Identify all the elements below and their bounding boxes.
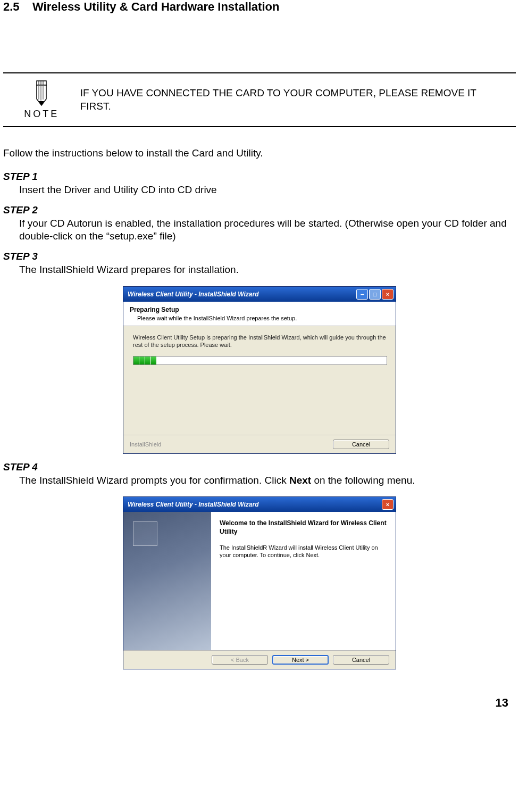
step-3-heading: STEP 3 — [3, 251, 519, 262]
dialog-body-message: Wireless Client Utility Setup is prepari… — [133, 334, 386, 349]
step-4-heading: STEP 4 — [3, 461, 519, 473]
dialog-body: Welcome to the InstallShield Wizard for … — [123, 512, 396, 650]
installshield-preparing-window: Wireless Client Utility - InstallShield … — [123, 286, 396, 454]
section-title-text: Wireless Utility & Card Hardware Install… — [32, 0, 279, 13]
section-number: 2.5 — [3, 0, 20, 13]
close-button[interactable]: × — [382, 289, 394, 300]
step-2-text: If your CD Autorun is enabled, the insta… — [19, 217, 516, 243]
note-text: IF YOU HAVE CONNECTED THE CARD TO YOUR C… — [80, 87, 516, 113]
document-page: 2.5 Wireless Utility & Card Hardware Ins… — [0, 0, 519, 726]
cancel-button[interactable]: Cancel — [333, 440, 389, 449]
wizard-right-pane: Welcome to the InstallShield Wizard for … — [211, 512, 396, 650]
cancel-button[interactable]: Cancel — [333, 655, 389, 665]
dialog-footer: < Back Next > Cancel — [123, 650, 396, 669]
note-icon-column: NOTE — [3, 80, 80, 120]
note-block: NOTE IF YOU HAVE CONNECTED THE CARD TO Y… — [3, 72, 516, 127]
minimize-button[interactable]: ‒ — [356, 289, 368, 300]
step-4-text-bold: Next — [289, 475, 311, 486]
svg-rect-0 — [37, 81, 46, 85]
window-controls: × — [382, 499, 394, 510]
back-button[interactable]: < Back — [212, 655, 268, 665]
page-number: 13 — [0, 675, 519, 710]
dialog-body: Wireless Client Utility Setup is prepari… — [123, 326, 396, 435]
progress-bar — [133, 356, 387, 365]
step-4-text-pre: The InstallShield Wizard prompts you for… — [19, 475, 289, 486]
welcome-text: The InstallShieldR Wizard will install W… — [220, 544, 387, 560]
note-label: NOTE — [3, 109, 80, 120]
next-button[interactable]: Next > — [272, 655, 329, 665]
section-heading: 2.5 Wireless Utility & Card Hardware Ins… — [0, 0, 519, 14]
window-controls: ‒ □ × — [356, 289, 394, 300]
dialog-header-title: Preparing Setup — [130, 306, 389, 313]
step-4-text-post: on the following menu. — [311, 475, 415, 486]
close-button[interactable]: × — [382, 499, 394, 510]
window-titlebar[interactable]: Wireless Client Utility - InstallShield … — [123, 497, 396, 512]
progress-fill — [133, 357, 387, 364]
dialog-footer: InstallShield Cancel — [123, 435, 396, 453]
wizard-side-image — [123, 512, 211, 650]
step-2-heading: STEP 2 — [3, 204, 519, 216]
installshield-welcome-window: Wireless Client Utility - InstallShield … — [123, 496, 396, 669]
welcome-title: Welcome to the InstallShield Wizard for … — [220, 519, 387, 536]
maximize-button[interactable]: □ — [369, 289, 381, 300]
step-1-text: Insert the Driver and Utility CD into CD… — [19, 184, 516, 197]
window-title: Wireless Client Utility - InstallShield … — [128, 501, 259, 508]
installshield-brand-label: InstallShield — [130, 441, 161, 448]
intro-text: Follow the instructions below to install… — [0, 143, 519, 163]
dialog-header: Preparing Setup Please wait while the In… — [123, 302, 396, 326]
window-titlebar[interactable]: Wireless Client Utility - InstallShield … — [123, 287, 396, 302]
pencil-note-icon — [28, 80, 55, 106]
screenshot-1-wrap: Wireless Client Utility - InstallShield … — [0, 286, 519, 454]
window-title: Wireless Client Utility - InstallShield … — [128, 291, 259, 298]
step-4-text: The InstallShield Wizard prompts you for… — [19, 474, 516, 487]
step-3-text: The InstallShield Wizard prepares for in… — [19, 263, 516, 277]
screenshot-2-wrap: Wireless Client Utility - InstallShield … — [0, 496, 519, 669]
step-1-heading: STEP 1 — [3, 171, 519, 183]
dialog-header-subtitle: Please wait while the InstallShield Wiza… — [137, 315, 389, 321]
